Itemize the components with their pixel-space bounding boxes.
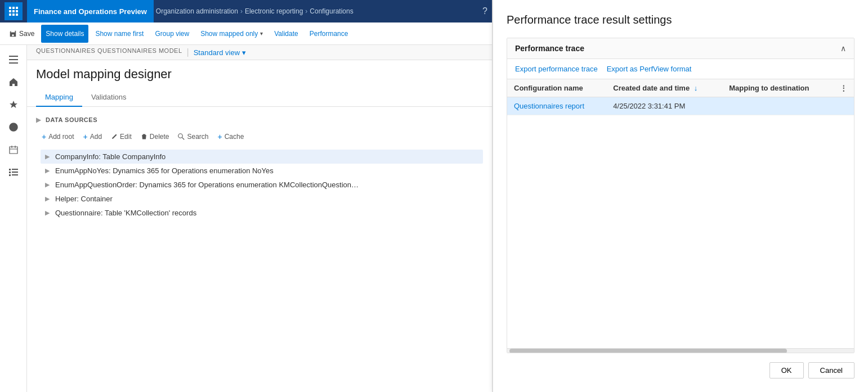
svg-rect-7: [12, 13, 15, 16]
sidebar-home-icon[interactable]: [3, 72, 24, 92]
table-row-0[interactable]: Questionnaires report 4/25/2022 3:31:41 …: [507, 97, 854, 115]
ok-button[interactable]: OK: [769, 362, 804, 379]
page-breadcrumb: QUESTIONNAIRES QUESTIONNAIRES MODEL: [36, 47, 182, 54]
right-panel: Performance trace result settings Perfor…: [493, 0, 868, 392]
show-mapped-only-dropdown-arrow: ▾: [260, 30, 263, 37]
ds-tree-item-4[interactable]: ▶ Questionnaire: Table 'KMCollection' re…: [41, 206, 483, 220]
svg-rect-18: [12, 174, 18, 175]
col-more-options[interactable]: ⋮: [833, 79, 854, 97]
top-nav: Finance and Operations Preview Organizat…: [0, 0, 492, 22]
tab-validations[interactable]: Validations: [82, 88, 136, 107]
svg-rect-15: [9, 172, 11, 173]
show-mapped-only-button[interactable]: Show mapped only ▾: [196, 25, 267, 43]
save-button[interactable]: Save: [5, 25, 39, 43]
ds-tree-item-1[interactable]: ▶ EnumAppNoYes: Dynamics 365 for Operati…: [41, 164, 483, 178]
ds-item-label-2: EnumAppQuestionOrder: Dynamics 365 for O…: [55, 181, 359, 189]
perf-section-collapse-icon[interactable]: ∧: [840, 44, 846, 53]
svg-point-19: [178, 134, 183, 138]
group-view-button[interactable]: Group view: [150, 25, 194, 43]
svg-rect-0: [9, 7, 11, 9]
svg-rect-17: [9, 174, 11, 176]
svg-rect-14: [12, 169, 18, 170]
col-created-date[interactable]: Created date and time ↓: [606, 79, 722, 97]
ds-tree-item-3[interactable]: ▶ Helper: Container: [41, 192, 483, 206]
perf-section-title: Performance trace: [515, 44, 584, 53]
ds-item-label-1: EnumAppNoYes: Dynamics 365 for Operation…: [55, 166, 274, 175]
perf-table: Configuration name Created date and time…: [507, 79, 854, 348]
ds-title: DATA SOURCES: [46, 116, 97, 123]
ds-tree-item-0[interactable]: ▶ CompanyInfo: Table CompanyInfo: [41, 150, 483, 164]
col-config-name[interactable]: Configuration name: [507, 79, 606, 97]
show-details-button[interactable]: Show details: [41, 25, 88, 43]
svg-rect-13: [9, 169, 11, 170]
page-title: Model mapping designer: [36, 67, 483, 82]
tab-mapping[interactable]: Mapping: [36, 88, 82, 107]
sidebar-calendar-icon[interactable]: [3, 139, 24, 160]
svg-rect-10: [9, 59, 18, 60]
panel-footer: OK Cancel: [507, 353, 854, 379]
horizontal-scrollbar[interactable]: [507, 348, 854, 353]
mapping-destination-cell: [722, 97, 833, 115]
breadcrumb-configurations[interactable]: Configurations: [310, 7, 353, 15]
perf-links: Export performance trace Export as PerfV…: [507, 59, 854, 79]
sidebar-clock-icon[interactable]: [3, 117, 24, 137]
col-mapping-destination[interactable]: Mapping to destination: [722, 79, 833, 97]
tab-bar: Mapping Validations: [27, 88, 492, 107]
breadcrumb-org-admin[interactable]: Organization administration: [156, 7, 238, 15]
created-datetime-cell: 4/25/2022 3:31:41 PM: [606, 97, 722, 115]
ds-item-label-3: Helper: Container: [55, 195, 113, 203]
search-button[interactable]: Search: [175, 131, 212, 142]
data-sources-panel: ▶ DATA SOURCES + Add root + Add Edi: [27, 107, 492, 392]
ds-header: ▶ DATA SOURCES: [36, 116, 483, 124]
svg-rect-4: [12, 10, 15, 12]
add-button[interactable]: + Add: [80, 130, 106, 143]
ds-item-label-0: CompanyInfo: Table CompanyInfo: [55, 152, 165, 161]
main-content-area: QUESTIONNAIRES QUESTIONNAIRES MODEL | St…: [27, 45, 492, 392]
sidebar-star-icon[interactable]: [3, 94, 24, 115]
app-title: Finance and Operations Preview: [27, 0, 154, 22]
svg-rect-2: [16, 7, 18, 9]
sort-icon: ↓: [694, 84, 698, 92]
expand-arrow-0: ▶: [45, 153, 52, 160]
ds-tree: ▶ CompanyInfo: Table CompanyInfo ▶ EnumA…: [41, 150, 483, 220]
breadcrumb-electronic-reporting[interactable]: Electronic reporting: [245, 7, 303, 15]
svg-rect-5: [16, 10, 18, 12]
svg-rect-8: [16, 13, 18, 16]
expand-arrow-3: ▶: [45, 195, 52, 202]
expand-arrow-1: ▶: [45, 167, 52, 174]
config-name-cell[interactable]: Questionnaires report: [507, 97, 606, 115]
panel-title: Performance trace result settings: [507, 13, 854, 26]
performance-trace-section: Performance trace ∧ Export performance t…: [507, 38, 854, 353]
svg-rect-11: [9, 62, 18, 64]
sidebar-hamburger[interactable]: [3, 49, 24, 70]
svg-rect-16: [12, 172, 18, 173]
svg-rect-1: [12, 7, 15, 9]
standard-view-button[interactable]: Standard view ▾: [194, 48, 246, 57]
expand-arrow-2: ▶: [45, 181, 52, 188]
toolbar: Save Show details Show name first Group …: [0, 22, 492, 45]
validate-button[interactable]: Validate: [270, 25, 302, 43]
add-root-button[interactable]: + Add root: [38, 130, 78, 143]
more-options-cell[interactable]: [833, 97, 854, 115]
ds-expand-icon[interactable]: ▶: [36, 116, 41, 124]
cancel-button[interactable]: Cancel: [808, 362, 854, 379]
help-icon[interactable]: ?: [482, 6, 487, 16]
expand-arrow-4: ▶: [45, 209, 52, 217]
sidebar-list-icon[interactable]: [3, 162, 24, 182]
performance-button[interactable]: Performance: [305, 25, 353, 43]
app-grid-icon[interactable]: [5, 2, 23, 20]
export-perfview-format-link[interactable]: Export as PerfView format: [607, 65, 692, 73]
svg-line-20: [182, 138, 185, 140]
export-performance-trace-link[interactable]: Export performance trace: [515, 65, 598, 73]
ds-toolbar: + Add root + Add Edit Delete: [38, 130, 483, 143]
cache-button[interactable]: + Cache: [214, 130, 248, 143]
edit-button[interactable]: Edit: [108, 131, 135, 142]
svg-rect-6: [9, 13, 11, 16]
ds-item-label-4: Questionnaire: Table 'KMCollection' reco…: [55, 209, 196, 217]
show-name-first-button[interactable]: Show name first: [91, 25, 148, 43]
scrollbar-thumb[interactable]: [509, 349, 787, 353]
perf-section-header: Performance trace ∧: [507, 38, 854, 59]
delete-button[interactable]: Delete: [137, 131, 173, 142]
svg-rect-9: [9, 56, 18, 57]
ds-tree-item-2[interactable]: ▶ EnumAppQuestionOrder: Dynamics 365 for…: [41, 178, 483, 192]
